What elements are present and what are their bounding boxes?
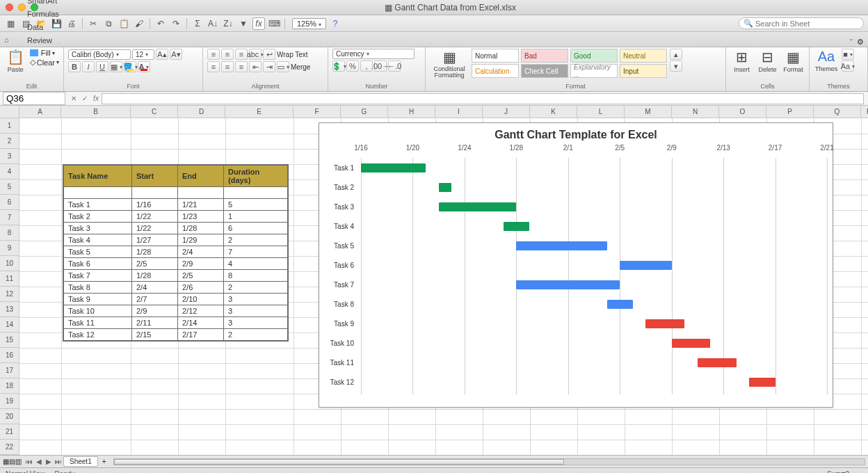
decrease-decimal-icon[interactable]: ←.0 <box>388 61 401 72</box>
table-header[interactable]: End <box>178 166 224 187</box>
table-cell[interactable]: 2/9 <box>178 258 224 270</box>
styles-scroll-up-icon[interactable]: ▴ <box>670 49 682 60</box>
table-cell[interactable]: Task 6 <box>64 258 132 270</box>
ribbon-settings-icon[interactable]: ⚙ <box>857 38 864 47</box>
filter-icon[interactable]: ▼ <box>237 17 250 30</box>
row-header-1[interactable]: 1 <box>0 118 19 134</box>
table-cell[interactable]: 2/11 <box>132 317 178 329</box>
style-bad[interactable]: Bad <box>521 49 568 63</box>
shrink-font-icon[interactable]: A▾ <box>170 49 182 60</box>
theme-fonts-icon[interactable]: Aa <box>842 61 854 72</box>
table-cell[interactable] <box>132 187 178 199</box>
view-buttons-icon[interactable]: ▦▤▥ <box>0 458 24 465</box>
table-cell[interactable]: Task 5 <box>64 246 132 258</box>
gantt-bar[interactable] <box>516 241 606 250</box>
font-size-select[interactable]: 12 <box>132 49 154 60</box>
table-header[interactable]: Start <box>132 166 178 187</box>
row-header-4[interactable]: 4 <box>0 164 19 179</box>
tab-formulas[interactable]: Formulas <box>19 7 67 20</box>
align-bottom-icon[interactable]: ≡ <box>235 49 248 60</box>
table-cell[interactable]: 3 <box>224 317 288 329</box>
excel-app-icon[interactable]: ▦ <box>4 17 17 30</box>
paste-button[interactable]: 📋 Paste <box>4 49 27 73</box>
table-cell[interactable]: 2/12 <box>178 305 224 317</box>
align-right-icon[interactable]: ≡ <box>235 61 248 72</box>
prev-sheet-icon[interactable]: ◀ <box>34 458 44 465</box>
table-cell[interactable] <box>64 187 132 199</box>
table-cell[interactable] <box>224 187 288 199</box>
table-cell[interactable]: 7 <box>224 246 288 258</box>
table-cell[interactable]: 1/28 <box>132 270 178 282</box>
table-cell[interactable]: 2/5 <box>132 258 178 270</box>
style-good[interactable]: Good <box>570 49 618 63</box>
table-cell[interactable]: 1/23 <box>178 211 224 223</box>
style-neutral[interactable]: Neutral <box>620 49 667 63</box>
sheet-tab[interactable]: Sheet1 <box>63 456 98 467</box>
row-header-7[interactable]: 7 <box>0 210 19 225</box>
first-sheet-icon[interactable]: ⏮ <box>24 458 34 465</box>
horizontal-scrollbar[interactable] <box>113 458 865 465</box>
gantt-bar[interactable] <box>698 358 737 367</box>
col-header-Q[interactable]: Q <box>814 106 861 118</box>
redo-icon[interactable]: ↷ <box>170 17 182 30</box>
col-header-L[interactable]: L <box>577 106 625 118</box>
row-header-11[interactable]: 11 <box>0 271 19 287</box>
clear-button[interactable]: ◇Clear ▾ <box>30 58 59 67</box>
percent-icon[interactable]: % <box>346 61 359 72</box>
align-top-icon[interactable]: ≡ <box>207 49 220 60</box>
table-cell[interactable]: Task 8 <box>64 282 132 294</box>
table-cell[interactable]: 2/14 <box>178 317 224 329</box>
underline-button[interactable]: U <box>96 61 108 72</box>
table-cell[interactable]: Task 1 <box>64 199 132 211</box>
row-header-6[interactable]: 6 <box>0 195 19 210</box>
table-cell[interactable]: 2/17 <box>178 329 224 341</box>
table-cell[interactable]: 1/27 <box>132 234 178 246</box>
table-cell[interactable]: Task 10 <box>64 305 132 317</box>
delete-cells-button[interactable]: ⊟Delete <box>756 49 779 73</box>
gantt-bar[interactable] <box>504 222 529 231</box>
undo-icon[interactable]: ↶ <box>154 17 167 30</box>
table-cell[interactable]: 2/4 <box>132 282 178 294</box>
align-left-icon[interactable]: ≡ <box>207 61 220 72</box>
col-header-P[interactable]: P <box>766 106 814 118</box>
conditional-formatting-button[interactable]: ▦ Conditional Formatting <box>430 49 469 79</box>
name-box[interactable] <box>3 92 65 105</box>
table-cell[interactable]: 4 <box>224 258 288 270</box>
styles-scroll-down-icon[interactable]: ▾ <box>670 61 682 72</box>
formula-input[interactable] <box>102 93 864 104</box>
table-cell[interactable]: 1/21 <box>178 199 224 211</box>
gantt-bar[interactable] <box>645 319 684 328</box>
row-header-5[interactable]: 5 <box>0 179 19 195</box>
style-input[interactable]: Input <box>620 64 667 78</box>
app-menu-icon[interactable]: ⌂ <box>4 35 15 47</box>
italic-button[interactable]: I <box>82 61 95 72</box>
row-header-19[interactable]: 19 <box>0 394 19 409</box>
wrap-text-button[interactable]: ↩ <box>263 49 275 60</box>
indent-icon[interactable]: ⇥ <box>263 61 275 72</box>
font-name-select[interactable]: Calibri (Body) <box>68 49 131 60</box>
table-cell[interactable]: 1/16 <box>132 199 178 211</box>
col-header-K[interactable]: K <box>530 106 577 118</box>
insert-cells-button[interactable]: ⊞Insert <box>730 49 753 73</box>
grow-font-icon[interactable]: A▴ <box>156 49 168 60</box>
currency-icon[interactable]: 💲 <box>332 61 345 72</box>
table-cell[interactable]: 2 <box>224 234 288 246</box>
gantt-bar[interactable] <box>516 280 620 289</box>
col-header-I[interactable]: I <box>435 106 483 118</box>
zoom-value[interactable]: 125% <box>292 18 326 29</box>
col-header-N[interactable]: N <box>672 106 719 118</box>
bold-button[interactable]: B <box>68 61 81 72</box>
table-cell[interactable]: 2/10 <box>178 294 224 305</box>
sort-desc-icon[interactable]: Z↓ <box>222 17 234 30</box>
row-header-22[interactable]: 22 <box>0 440 19 455</box>
col-header-E[interactable]: E <box>225 106 294 118</box>
col-header-H[interactable]: H <box>388 106 435 118</box>
table-cell[interactable]: 1/29 <box>178 234 224 246</box>
table-cell[interactable]: 2 <box>224 329 288 341</box>
table-cell[interactable]: Task 3 <box>64 223 132 234</box>
orientation-icon[interactable]: abc <box>249 49 262 60</box>
table-cell[interactable]: Task 4 <box>64 234 132 246</box>
table-cell[interactable]: 5 <box>224 199 288 211</box>
align-middle-icon[interactable]: ≡ <box>221 49 234 60</box>
last-sheet-icon[interactable]: ⏭ <box>54 458 63 465</box>
